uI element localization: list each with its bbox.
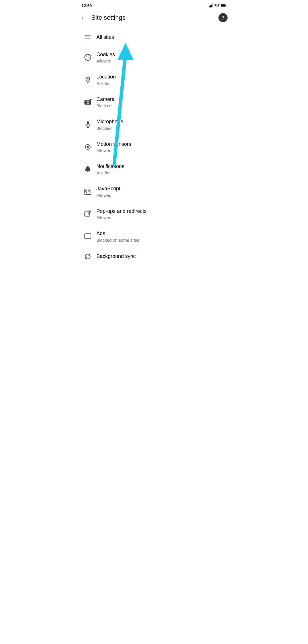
svg-rect-11 — [85, 37, 91, 37]
item-text-location: Location Ask first — [94, 74, 226, 86]
location-icon — [82, 76, 94, 84]
toolbar: ← Site settings ? — [77, 10, 231, 26]
sync-icon — [82, 253, 94, 260]
signal-icon — [209, 3, 213, 8]
item-title-notifications: Notifications — [96, 163, 226, 170]
item-title-background-sync: Background sync — [96, 253, 226, 260]
item-subtitle-notifications: Ask first — [96, 170, 226, 175]
toolbar-left: ← Site settings — [80, 14, 125, 21]
status-bar: 12:50 — [77, 0, 231, 10]
settings-item-ads[interactable]: Ads Blocked on some sites — [77, 225, 231, 247]
item-subtitle-cookies: Allowed — [96, 58, 226, 63]
item-title-javascript: JavaScript — [96, 185, 226, 192]
svg-point-17 — [86, 56, 87, 56]
settings-item-motion-sensors[interactable]: Motion sensors Allowed — [77, 136, 231, 158]
settings-item-popups[interactable]: Pop-ups and redirects Allowed — [77, 203, 231, 225]
settings-item-cookies[interactable]: Cookies Allowed — [77, 46, 231, 68]
settings-item-camera[interactable]: Camera Blocked — [77, 91, 231, 113]
svg-point-20 — [87, 58, 88, 58]
svg-point-19 — [89, 57, 90, 58]
item-subtitle-microphone: Blocked — [96, 126, 226, 131]
settings-item-all-sites[interactable]: All sites — [77, 29, 231, 46]
svg-rect-40 — [85, 234, 91, 239]
svg-rect-12 — [85, 39, 91, 39]
wifi-icon — [214, 3, 220, 8]
item-text-javascript: JavaScript Allowed — [94, 185, 226, 197]
item-text-all-sites: All sites — [94, 34, 226, 41]
item-text-background-sync: Background sync — [94, 253, 226, 260]
settings-item-notifications[interactable]: Notifications Ask first — [77, 158, 231, 180]
item-text-ads: Ads Blocked on some sites — [94, 230, 226, 242]
popup-icon — [82, 210, 94, 218]
item-subtitle-camera: Blocked — [96, 103, 226, 108]
list-icon — [82, 34, 94, 41]
help-button[interactable]: ? — [218, 13, 228, 22]
back-button[interactable]: ← — [80, 14, 87, 21]
motion-icon — [82, 143, 94, 151]
svg-point-27 — [87, 102, 88, 103]
svg-point-31 — [87, 146, 89, 148]
item-text-cookies: Cookies Allowed — [94, 51, 226, 63]
item-title-camera: Camera — [96, 96, 226, 103]
svg-rect-1 — [210, 5, 211, 7]
bell-icon — [82, 165, 94, 173]
microphone-icon — [82, 121, 94, 128]
item-title-microphone: Microphone — [96, 118, 226, 125]
status-icons — [209, 3, 226, 8]
battery-icon — [221, 4, 226, 8]
item-subtitle-ads: Blocked on some sites — [96, 238, 226, 243]
settings-item-background-sync[interactable]: Background sync — [77, 248, 231, 265]
item-title-motion-sensors: Motion sensors — [96, 141, 226, 148]
item-title-all-sites: All sites — [96, 34, 226, 41]
svg-point-21 — [88, 59, 88, 60]
item-subtitle-motion-sensors: Allowed — [96, 148, 226, 153]
item-title-cookies: Cookies — [96, 51, 226, 58]
svg-rect-2 — [211, 5, 212, 7]
item-text-camera: Camera Blocked — [94, 96, 226, 108]
svg-rect-10 — [85, 35, 91, 35]
page-title: Site settings — [91, 14, 125, 21]
svg-point-14 — [85, 37, 86, 37]
svg-rect-3 — [212, 3, 213, 7]
item-title-location: Location — [96, 74, 226, 80]
svg-point-23 — [87, 78, 88, 79]
svg-rect-28 — [87, 122, 89, 125]
item-title-ads: Ads — [96, 230, 226, 237]
settings-item-microphone[interactable]: Microphone Blocked — [77, 113, 231, 136]
item-subtitle-javascript: Allowed — [96, 193, 226, 198]
svg-marker-25 — [89, 99, 92, 100]
ads-icon — [82, 233, 94, 240]
settings-item-location[interactable]: Location Ask first — [77, 68, 231, 91]
settings-list: All sites Cookies Allowed — [77, 26, 231, 265]
svg-point-13 — [85, 35, 86, 36]
item-title-popups: Pop-ups and redirects — [96, 208, 226, 215]
camera-icon — [82, 98, 94, 106]
svg-rect-7 — [221, 4, 225, 7]
item-subtitle-location: Ask first — [96, 81, 226, 86]
item-text-popups: Pop-ups and redirects Allowed — [94, 208, 226, 220]
svg-point-18 — [88, 56, 89, 56]
item-text-microphone: Microphone Blocked — [94, 118, 226, 130]
cookie-icon — [82, 54, 94, 61]
svg-point-15 — [85, 39, 86, 39]
item-text-notifications: Notifications Ask first — [94, 163, 226, 175]
item-text-motion-sensors: Motion sensors Allowed — [94, 141, 226, 153]
item-subtitle-popups: Allowed — [96, 215, 226, 220]
svg-point-22 — [86, 58, 87, 59]
svg-rect-0 — [209, 6, 210, 7]
javascript-icon — [82, 188, 94, 195]
svg-point-4 — [217, 7, 217, 7]
svg-rect-6 — [226, 5, 227, 6]
settings-item-javascript[interactable]: JavaScript Allowed — [77, 180, 231, 203]
status-time: 12:50 — [82, 3, 92, 8]
